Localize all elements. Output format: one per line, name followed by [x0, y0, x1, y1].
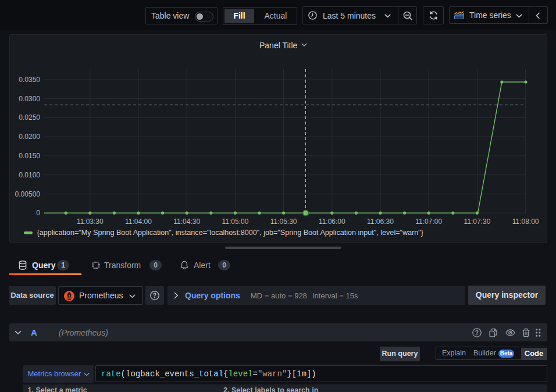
svg-text:0.0150: 0.0150	[19, 152, 40, 160]
svg-text:11:05:30: 11:05:30	[270, 218, 297, 226]
svg-text:0.0250: 0.0250	[19, 113, 40, 122]
svg-text:0.0350: 0.0350	[19, 76, 40, 84]
svg-text:11:04:00: 11:04:00	[125, 218, 152, 226]
svg-text:11:04:30: 11:04:30	[173, 218, 200, 226]
svg-text:0.00500: 0.00500	[15, 190, 41, 198]
svg-text:11:07:30: 11:07:30	[464, 218, 490, 226]
svg-text:{application="My Spring Boot A: {application="My Spring Boot Application…	[37, 229, 423, 237]
svg-text:11:07:00: 11:07:00	[415, 218, 442, 226]
svg-text:11:03:30: 11:03:30	[77, 218, 104, 226]
svg-text:0: 0	[36, 209, 40, 217]
svg-text:11:08:00: 11:08:00	[512, 218, 539, 226]
svg-text:0.0200: 0.0200	[19, 133, 40, 141]
svg-text:0.0100: 0.0100	[19, 171, 40, 179]
svg-text:11:06:30: 11:06:30	[367, 218, 394, 226]
svg-text:11:06:00: 11:06:00	[319, 218, 345, 226]
svg-text:0.0300: 0.0300	[19, 95, 40, 103]
svg-text:11:05:00: 11:05:00	[222, 218, 248, 226]
